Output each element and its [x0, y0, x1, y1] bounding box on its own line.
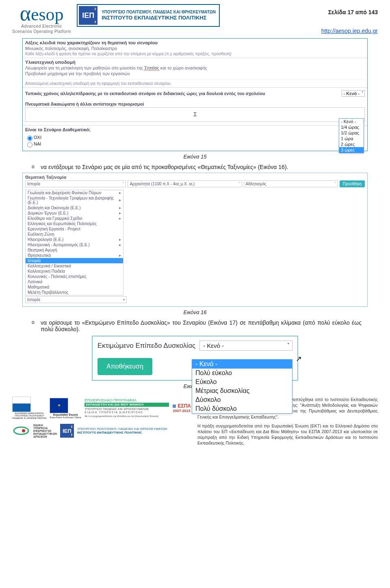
figure-16: Θεματική Ταξινομία Ιστορία Αρχαιότητα (1… — [22, 173, 368, 307]
chevron-right-icon: ▶ — [119, 254, 121, 257]
hours-label: Τυπικός χρόνος αλληλεπίδρασης με το εκπα… — [25, 91, 265, 96]
keywords-value[interactable]: Μινωικός πολιτισμός, ανασκαφή, Παλαίκαστ… — [25, 46, 365, 51]
taxonomy-option[interactable]: Ηλεκτρολογία (Ε.Ε.)▶ — [26, 237, 123, 242]
taxonomy-option[interactable]: Γεωπονία - Τεχνολογία Τροφίμων και Διατρ… — [26, 195, 123, 205]
chevron-right-icon: ▶ — [119, 217, 121, 220]
greece-flag-icon — [12, 397, 31, 412]
taxonomy-option[interactable]: Ερευνητική Εργασία - Project — [26, 226, 123, 232]
add-button[interactable]: Προσθήκη — [340, 180, 365, 187]
difficulty-select[interactable]: - Κενό - — [199, 341, 292, 351]
infra-link[interactable]: Σητείας — [144, 65, 159, 71]
infra-hint: Απαιτούμενη υλικοτεχνική υποδομή για τη … — [25, 79, 365, 86]
svg-point-1 — [22, 429, 25, 432]
hours-dropdown[interactable]: - Κενό -1/4 ώρας1/2 ώρας1 ώρα2 ώρες3 ώρε… — [339, 118, 364, 153]
radio-no-input[interactable] — [27, 136, 32, 141]
keywords-label: Λέξεις κλειδιά που χαρακτηρίζουν τη θεμα… — [25, 40, 365, 45]
text-cursor-icon: Ꮖ — [193, 111, 197, 118]
difficulty-option[interactable]: Εύκολο — [192, 378, 292, 386]
hours-option[interactable]: - Κενό - — [339, 119, 364, 124]
radio-yes[interactable]: ΝΑΙ — [25, 141, 365, 148]
save-button[interactable]: Αποθήκευση — [98, 358, 152, 375]
taxonomy-option[interactable]: Θρησκευτικά▶ — [26, 253, 123, 258]
radio-yes-input[interactable] — [27, 142, 32, 148]
radio-no[interactable]: ΟΧΙ — [25, 135, 365, 141]
paragraph-1: να εντάξουμε το Σενάριο μας σε μία από τ… — [41, 164, 362, 170]
taxonomy-option[interactable]: Δομικών Έργων (Ε.Ε.)▶ — [26, 210, 123, 216]
prog-sub2: ΕΙΔΙΚΗ ΥΠΗΡΕΣΙΑ ΔΙΑΧΕΙΡΙΣΗΣ — [84, 411, 169, 414]
difficulty-option[interactable]: Δύσκολο — [192, 395, 292, 404]
taxonomy-dropdown[interactable]: Γεωλογία και Διαχείριση Φυσικών Πόρων▶Γε… — [25, 190, 124, 295]
taxonomy-option[interactable]: Λατινικά — [26, 279, 123, 284]
footer-text-2: Η πράξη συγχρηματοδοτείται από την Ευρωπ… — [197, 423, 378, 446]
hours-select[interactable]: - Κενό - — [342, 90, 365, 97]
taxonomy-select-1[interactable]: Ιστορία — [25, 180, 126, 187]
chevron-right-icon: ▶ — [119, 191, 121, 195]
infra-line1-a: Λεωφορείο για τη μετακίνηση των μαθητών … — [25, 65, 144, 70]
chevron-right-icon: ▶ — [119, 199, 121, 202]
taxonomy-option[interactable]: Μαθηματικά — [26, 284, 123, 290]
iep-line1: ΥΠΟΥΡΓΕΙΟ ΠΟΛΙΤΙΣΜΟΥ, ΠΑΙΔΕΙΑΣ ΚΑΙ ΘΡΗΣΚ… — [102, 10, 216, 15]
taxonomy-option[interactable]: Ευέλικτη Ζώνη — [26, 232, 123, 237]
aesop-sub1: Advanced Electronic — [21, 24, 62, 28]
hours-option[interactable]: 1/2 ώρας — [339, 130, 364, 136]
taxonomy-option[interactable]: Διοίκηση και Οικονομία (Ε.Ε.)▶ — [26, 205, 123, 210]
eye-logo-icon — [12, 423, 30, 438]
infra-line2[interactable]: Προβολικό μηχάνημα για την προβολή των ε… — [25, 71, 365, 76]
taxonomy-option[interactable]: Καλλιτεχνική Παιδεία — [26, 269, 123, 274]
taxonomy-foot[interactable]: Ιστορία ▾ — [25, 296, 127, 303]
taxonomy-option[interactable]: Ελεύθερο και Γραμμικό Σχέδιο▶ — [26, 216, 123, 221]
page-header: αesop Advanced Electronic Scenarios Oper… — [12, 4, 378, 34]
difficulty-option[interactable]: Πολύ εύκολο — [192, 369, 292, 378]
paragraph-2: να ορίσουμε το «Εκτιμώμενο Επίπεδο Δυσκο… — [41, 319, 362, 332]
taxonomy-option[interactable]: Θεατρική Αγωγή — [26, 247, 123, 253]
iep-footer-icon: ΙΕΠ — [60, 424, 74, 438]
eu-cap1: Ευρωπαϊκή Ένωση — [50, 413, 81, 416]
prog-note: Με τη συγχρηματοδότηση της Ελλάδας και τ… — [84, 415, 169, 418]
taxonomy-option[interactable]: Ηλεκτρονική - Αυτοματισμός (Ε.Ε.)▶ — [26, 242, 123, 247]
rights-label: Πνευματικά δικαιώματα ή άλλοι αντίστοιχο… — [23, 99, 367, 107]
hours-option[interactable]: 2 ώρες — [339, 141, 364, 147]
page-number-area: Σελίδα 17 από 143 http://aesop.iep.edu.g… — [321, 4, 378, 34]
prog-sub1: ΥΠΟΥΡΓΕΙΟ ΠΑΙΔΕΙΑΣ ΚΑΙ ΘΡΗΣΚΕΥΜΑΤΩΝ — [84, 408, 169, 411]
iep-line2: ΙΝΣΤΙΤΟΥΤΟ ΕΚΠΑΙΔΕΥΤΙΚΗΣ ΠΟΛΙΤΙΚΗΣ — [102, 15, 216, 21]
rights-input[interactable]: Ꮖ — [25, 107, 365, 122]
chevron-right-icon: ▶ — [119, 259, 121, 263]
difficulty-option[interactable]: Μέτριας δυσκολίας — [192, 386, 292, 395]
site-url[interactable]: http://aesop.iep.edu.gr — [321, 28, 378, 34]
taxonomy-option[interactable]: Ελληνικός και Ευρωπαϊκός Πολιτισμός — [26, 221, 123, 226]
taxonomy-select-2[interactable]: Αρχαιότητα (1100 π.Χ - 4ος μ.Χ. αι.) — [128, 180, 242, 187]
difficulty-option[interactable]: Πολύ δύσκολο — [192, 404, 292, 413]
difficulty-option[interactable]: - Κενό - — [192, 360, 292, 369]
hours-option[interactable]: 1/4 ώρας — [339, 124, 364, 130]
taxonomy-select-3[interactable]: Αθλητισμός — [244, 180, 338, 187]
hours-option[interactable]: 3 ώρες — [339, 147, 364, 153]
eu-flag-icon: ★ — [50, 398, 68, 413]
difficulty-dropdown[interactable]: - Κενό -Πολύ εύκολοΕύκολοΜέτριας δυσκολί… — [192, 359, 292, 414]
taxonomy-label: Θεματική Ταξινομία — [25, 175, 365, 180]
figure-16-caption: Εικόνα 16 — [12, 309, 378, 315]
infra-label: Υλικοτεχνική υποδομή — [25, 60, 365, 65]
iep-square: ΙΕΠ — [79, 6, 98, 25]
iep-foot1: ΥΠΟΥΡΓΕΙΟ ΠΟΛΙΤΙΣΜΟΥ, ΠΑΙΔΕΙΑΣ ΚΑΙ ΘΡΗΣΚ… — [77, 427, 167, 431]
hours-option[interactable]: 1 ώρα — [339, 136, 364, 141]
infra-line1-b: και το χώρο ανασκαφής — [159, 65, 207, 70]
aesop-logo: αesop Advanced Electronic Scenarios Oper… — [12, 4, 71, 34]
taxonomy-option[interactable]: Μελέτη Περιβάλλοντος — [26, 290, 123, 295]
taxonomy-option[interactable]: Ιστορία▶ — [26, 258, 123, 263]
taxonomy-option[interactable]: Κοινωνικές - Πολιτικές επιστήμες — [26, 274, 123, 279]
taxonomy-foot-text: Ιστορία — [27, 297, 40, 302]
figure-15: Λέξεις κλειδιά που χαρακτηρίζουν τη θεμα… — [22, 38, 368, 151]
figure-17: Εκτιμώμενο Επίπεδο Δυσκολίας - Κενό - Απ… — [92, 336, 298, 381]
thematic-radio-group: ΟΧΙ ΝΑΙ — [23, 134, 367, 151]
iep-logo: ΙΕΠ ΥΠΟΥΡΓΕΙΟ ΠΟΛΙΤΙΣΜΟΥ, ΠΑΙΔΕΙΑΣ ΚΑΙ Θ… — [77, 4, 220, 27]
chevron-down-icon: ▾ — [123, 298, 125, 302]
prog-line2: ΕΚΠΑΙΔΕΥΣΗ ΚΑΙ ΔΙΑ ΒΙΟΥ ΜΑΘΗΣΗ — [84, 403, 169, 407]
infra-line1[interactable]: Λεωφορείο για τη μετακίνηση των μαθητών … — [25, 65, 365, 70]
keywords-hint: Κάθε λέξη-κλειδί ή φράση θα πρέπει να χω… — [25, 52, 365, 56]
taxonomy-option[interactable]: Καλλιτεχνικά / Εικαστικά — [26, 263, 123, 269]
eu-cap2: Ευρωπαϊκό Κοινωνικό Ταμείο — [50, 416, 81, 419]
svg-point-0 — [14, 427, 28, 434]
gr-cap3: ΠΑΙΔΕΙΑΣ & ΘΡΗΣΚΕΥΜΑΤΩΝ — [12, 417, 46, 419]
taxonomy-option[interactable]: Γεωλογία και Διαχείριση Φυσικών Πόρων▶ — [26, 190, 123, 195]
aesop-word: αesop — [20, 4, 64, 23]
